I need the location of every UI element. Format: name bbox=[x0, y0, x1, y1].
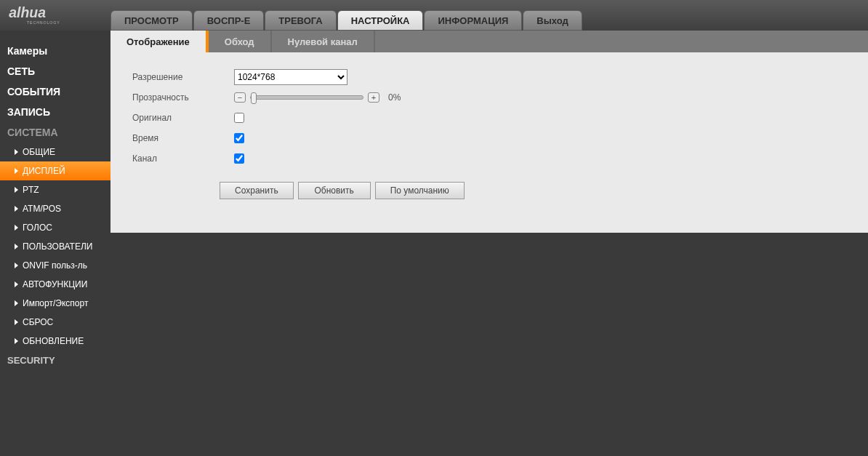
topnav-2[interactable]: ТРЕВОГА bbox=[265, 10, 336, 31]
sidebar-sub-5[interactable]: ПОЛЬЗОВАТЕЛИ bbox=[0, 237, 110, 256]
sidebar-sub-10[interactable]: ОБНОВЛЕНИЕ bbox=[0, 332, 110, 351]
sidebar-sub-6[interactable]: ONVIF польз-ль bbox=[0, 256, 110, 275]
sidebar-sub-label: ATM/POS bbox=[23, 204, 61, 214]
logo: alhua TECHNOLOGY bbox=[0, 0, 110, 31]
topnav-1[interactable]: ВОСПР-Е bbox=[193, 10, 265, 31]
refresh-button[interactable]: Обновить bbox=[298, 182, 371, 199]
resolution-select[interactable]: 1024*768 bbox=[234, 69, 347, 85]
slider-plus-icon[interactable]: + bbox=[368, 92, 379, 103]
topnav-3[interactable]: НАСТРОЙКА bbox=[337, 10, 424, 31]
tab-2[interactable]: Нулевой канал bbox=[272, 31, 375, 52]
save-button[interactable]: Сохранить bbox=[220, 182, 294, 199]
sidebar-sub-3[interactable]: ATM/POS bbox=[0, 199, 110, 218]
sidebar-cat-active[interactable]: СИСТЕМА bbox=[0, 122, 110, 143]
sidebar-bottom[interactable]: SECURITY bbox=[0, 351, 110, 370]
sidebar-cat-3[interactable]: ЗАПИСЬ bbox=[0, 102, 110, 122]
sidebar-sub-1[interactable]: ДИСПЛЕЙ bbox=[0, 161, 110, 180]
channel-checkbox[interactable] bbox=[234, 153, 244, 164]
sidebar-sub-7[interactable]: АВТОФУНКЦИИ bbox=[0, 275, 110, 294]
content-tabs: ОтображениеОбходНулевой канал bbox=[110, 31, 868, 52]
sidebar: КамерыСЕТЬСОБЫТИЯЗАПИСЬСИСТЕМАОБЩИЕДИСПЛ… bbox=[0, 31, 110, 456]
tab-1[interactable]: Обход bbox=[209, 31, 272, 52]
sidebar-sub-label: ONVIF польз-ль bbox=[23, 260, 87, 271]
sidebar-sub-label: ГОЛОС bbox=[23, 223, 52, 233]
sidebar-cat-1[interactable]: СЕТЬ bbox=[0, 61, 110, 81]
sidebar-sub-label: ОБЩИЕ bbox=[23, 147, 55, 157]
sidebar-sub-label: ПОЛЬЗОВАТЕЛИ bbox=[23, 241, 92, 252]
top-nav: ПРОСМОТРВОСПР-ЕТРЕВОГАНАСТРОЙКАИНФОРМАЦИ… bbox=[110, 0, 582, 31]
transparency-label: Прозрачность bbox=[132, 92, 234, 103]
transparency-value: 0% bbox=[388, 92, 401, 103]
sidebar-sub-0[interactable]: ОБЩИЕ bbox=[0, 143, 110, 161]
sidebar-sub-label: Импорт/Экспорт bbox=[23, 298, 88, 308]
sidebar-sub-label: PTZ bbox=[23, 185, 39, 195]
sidebar-sub-4[interactable]: ГОЛОС bbox=[0, 218, 110, 237]
default-button[interactable]: По умолчанию bbox=[375, 182, 465, 199]
sidebar-sub-label: АВТОФУНКЦИИ bbox=[23, 279, 87, 289]
sidebar-sub-label: СБРОС bbox=[23, 317, 53, 327]
time-label: Время bbox=[132, 133, 234, 143]
tab-0[interactable]: Отображение bbox=[110, 31, 209, 52]
time-checkbox[interactable] bbox=[234, 133, 244, 143]
transparency-slider[interactable] bbox=[250, 95, 363, 100]
svg-text:alhua: alhua bbox=[9, 4, 46, 20]
original-checkbox[interactable] bbox=[234, 113, 244, 123]
sidebar-sub-2[interactable]: PTZ bbox=[0, 180, 110, 199]
resolution-label: Разрешение bbox=[132, 72, 234, 82]
original-label: Оригинал bbox=[132, 113, 234, 123]
topnav-5[interactable]: Выход bbox=[523, 10, 582, 31]
sidebar-sub-8[interactable]: Импорт/Экспорт bbox=[0, 294, 110, 313]
slider-thumb[interactable] bbox=[251, 92, 257, 104]
sidebar-sub-label: ДИСПЛЕЙ bbox=[23, 166, 65, 176]
slider-minus-icon[interactable]: − bbox=[234, 92, 246, 103]
sidebar-sub-9[interactable]: СБРОС bbox=[0, 313, 110, 332]
channel-label: Канал bbox=[132, 153, 234, 164]
sidebar-sub-label: ОБНОВЛЕНИЕ bbox=[23, 336, 84, 346]
sidebar-cat-0[interactable]: Камеры bbox=[0, 41, 110, 61]
main-content: ОтображениеОбходНулевой канал Разрешение… bbox=[110, 31, 868, 456]
sidebar-cat-2[interactable]: СОБЫТИЯ bbox=[0, 81, 110, 102]
settings-panel: Разрешение 1024*768 Прозрачность − + 0% bbox=[110, 52, 868, 233]
topnav-4[interactable]: ИНФОРМАЦИЯ bbox=[424, 10, 522, 31]
topnav-0[interactable]: ПРОСМОТР bbox=[110, 10, 193, 31]
svg-text:TECHNOLOGY: TECHNOLOGY bbox=[27, 20, 60, 25]
